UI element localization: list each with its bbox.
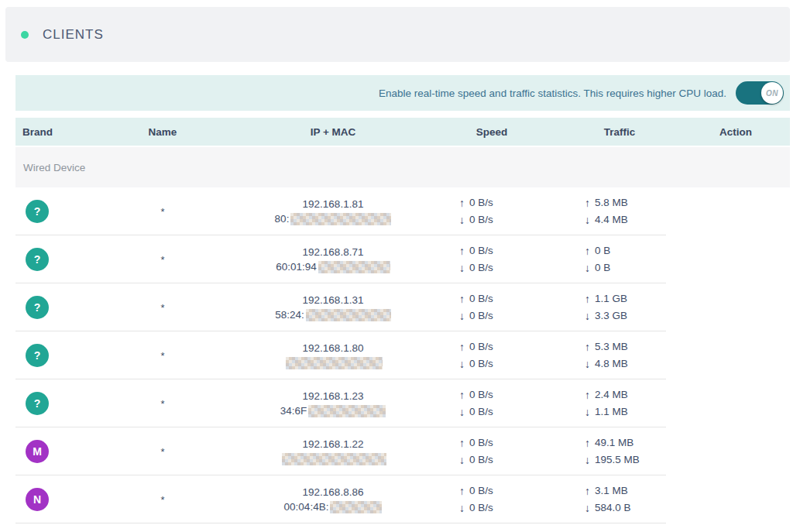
traffic-download-value: 584.0 B	[595, 500, 631, 516]
traffic-cell: ↑49.1 MB ↓195.5 MB	[585, 435, 681, 468]
download-arrow-icon: ↓	[585, 308, 590, 324]
download-arrow-icon: ↓	[585, 404, 590, 420]
client-ip: 192.168.1.22	[240, 437, 426, 451]
client-name: *	[85, 254, 240, 266]
toggle-knob[interactable]: ON	[761, 82, 783, 104]
traffic-upload-value: 5.3 MB	[595, 339, 628, 355]
upload-arrow-icon: ↑	[459, 435, 465, 451]
traffic-cell: ↑5.8 MB ↓4.4 MB	[585, 195, 681, 228]
client-ip: 192.168.8.71	[240, 245, 426, 259]
client-ip: 192.168.1.81	[240, 197, 426, 211]
mac-redacted-block	[308, 405, 386, 417]
status-dot-icon	[21, 31, 29, 39]
client-mac: 58:24:	[240, 307, 426, 322]
column-header-brand: Brand	[15, 126, 85, 138]
speed-cell: ↑0 B/s ↓0 B/s	[459, 435, 558, 468]
brand-letter: ?	[34, 397, 41, 410]
speed-download-value: 0 B/s	[469, 260, 493, 276]
column-header-ip-mac: IP + MAC	[240, 126, 426, 138]
brand-letter: N	[33, 493, 41, 506]
traffic-cell: ↑5.3 MB ↓4.8 MB	[585, 339, 681, 372]
speed-upload-value: 0 B/s	[469, 291, 493, 307]
upload-arrow-icon: ↑	[459, 387, 465, 403]
client-mac: 80:	[240, 211, 426, 226]
download-arrow-icon: ↓	[585, 452, 590, 468]
speed-cell: ↑0 B/s ↓0 B/s	[459, 387, 558, 420]
speed-download-value: 0 B/s	[469, 308, 493, 324]
client-mac: 34:6F	[240, 403, 426, 418]
traffic-download-value: 4.4 MB	[595, 212, 628, 228]
speed-cell: ↑0 B/s ↓0 B/s	[459, 195, 558, 228]
client-name: *	[85, 446, 240, 458]
upload-arrow-icon: ↑	[585, 435, 590, 451]
realtime-stats-bar: Enable real-time speed and traffic stati…	[15, 75, 790, 111]
speed-download-value: 0 B/s	[469, 452, 493, 468]
traffic-cell: ↑0 B ↓0 B	[585, 243, 681, 276]
traffic-download-value: 0 B	[595, 260, 610, 276]
speed-upload-value: 0 B/s	[469, 483, 493, 499]
brand-letter: ?	[34, 253, 41, 266]
traffic-upload-value: 0 B	[595, 243, 610, 259]
table-body: ? * 192.168.1.81 80: ↑0 B/s ↓0 B/s ↑5.8 …	[15, 187, 790, 523]
client-ip: 192.168.1.23	[240, 389, 426, 403]
upload-arrow-icon: ↑	[585, 483, 590, 499]
client-row: ? * 192.168.1.23 34:6F ↑0 B/s ↓0 B/s ↑2.…	[15, 379, 790, 427]
client-row: N * 192.168.8.86 00:04:4B: ↑0 B/s ↓0 B/s…	[15, 475, 790, 523]
traffic-upload-value: 5.8 MB	[595, 195, 628, 211]
realtime-stats-toggle[interactable]: ON	[736, 81, 784, 105]
upload-arrow-icon: ↑	[585, 387, 590, 403]
column-header-speed: Speed	[426, 126, 558, 138]
group-row-wired-device: Wired Device	[15, 147, 790, 187]
brand-letter: M	[33, 445, 42, 458]
speed-upload-value: 0 B/s	[469, 339, 493, 355]
client-ip: 192.168.1.31	[240, 293, 426, 307]
column-header-name: Name	[85, 126, 240, 138]
speed-download-value: 0 B/s	[469, 356, 493, 372]
brand-icon: ?	[26, 200, 49, 223]
toggle-state-label: ON	[766, 89, 778, 98]
brand-letter: ?	[34, 349, 41, 362]
upload-arrow-icon: ↑	[459, 243, 465, 259]
download-arrow-icon: ↓	[585, 500, 590, 516]
upload-arrow-icon: ↑	[459, 291, 465, 307]
upload-arrow-icon: ↑	[585, 195, 590, 211]
mac-redacted-block	[330, 501, 382, 513]
client-mac: 00:04:4B:	[240, 499, 426, 514]
group-label: Wired Device	[23, 162, 85, 173]
column-header-traffic: Traffic	[558, 126, 681, 138]
speed-upload-value: 0 B/s	[469, 243, 493, 259]
upload-arrow-icon: ↑	[459, 339, 465, 355]
client-mac	[240, 451, 426, 466]
download-arrow-icon: ↓	[459, 404, 465, 420]
brand-icon: N	[26, 488, 49, 511]
upload-arrow-icon: ↑	[585, 243, 590, 259]
speed-cell: ↑0 B/s ↓0 B/s	[459, 243, 558, 276]
traffic-cell: ↑3.1 MB ↓584.0 B	[585, 483, 681, 516]
mac-redacted-block	[286, 357, 383, 369]
speed-upload-value: 0 B/s	[469, 195, 493, 211]
traffic-cell: ↑2.4 MB ↓1.1 MB	[585, 387, 681, 420]
client-ip: 192.168.8.86	[240, 485, 426, 499]
download-arrow-icon: ↓	[459, 500, 465, 516]
speed-upload-value: 0 B/s	[469, 387, 493, 403]
client-row: ? * 192.168.1.31 58:24: ↑0 B/s ↓0 B/s ↑1…	[15, 283, 790, 331]
download-arrow-icon: ↓	[459, 260, 465, 276]
download-arrow-icon: ↓	[459, 452, 465, 468]
traffic-upload-value: 1.1 GB	[595, 291, 627, 307]
mac-redacted-block	[318, 261, 390, 273]
speed-download-value: 0 B/s	[469, 212, 493, 228]
download-arrow-icon: ↓	[585, 212, 590, 228]
mac-redacted-block	[282, 453, 386, 465]
realtime-stats-label: Enable real-time speed and traffic stati…	[379, 88, 726, 99]
client-mac: 60:01:94	[240, 259, 426, 274]
mac-visible-part: 00:04:4B:	[284, 501, 329, 513]
panel-header: CLIENTS	[5, 7, 790, 62]
upload-arrow-icon: ↑	[585, 339, 590, 355]
client-ip: 192.168.1.80	[240, 341, 426, 355]
client-name: *	[85, 302, 240, 314]
upload-arrow-icon: ↑	[459, 483, 465, 499]
brand-icon: M	[26, 440, 49, 463]
client-name: *	[85, 398, 240, 410]
download-arrow-icon: ↓	[585, 356, 590, 372]
client-name: *	[85, 206, 240, 218]
